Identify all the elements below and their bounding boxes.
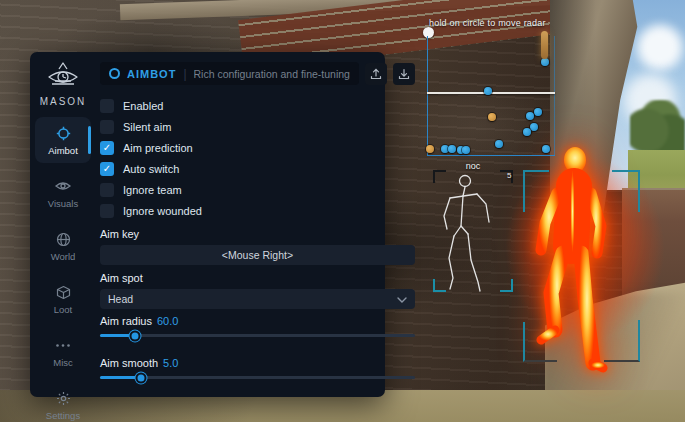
sidebar-item-label: World: [51, 251, 76, 262]
game-screen: hold on circle to move radar noc 5: [0, 0, 685, 422]
header-divider: |: [183, 67, 186, 81]
checkbox-label: Ignore wounded: [123, 205, 202, 217]
checkbox-label: Aim prediction: [123, 142, 193, 154]
globe-icon: [55, 231, 71, 247]
aimbot-tab-content: AIMBOT | Rich configuration and fine-tun…: [96, 52, 427, 397]
checkbox-box[interactable]: ✓: [100, 204, 114, 218]
sidebar-item-label: Aimbot: [48, 145, 78, 156]
checkbox-box[interactable]: ✓: [100, 141, 114, 155]
brand-logo: MASON: [40, 62, 87, 107]
check-icon: ✓: [103, 143, 111, 153]
export-config-button[interactable]: [393, 63, 415, 85]
page-subtitle: Rich configuration and fine-tuning: [194, 68, 350, 80]
aim-radius-label: Aim radius: [100, 315, 152, 327]
aim-key-value: <Mouse Right>: [222, 249, 293, 261]
aim-smooth-slider[interactable]: [100, 376, 415, 379]
checkbox-box[interactable]: ✓: [100, 183, 114, 197]
active-tab-indicator: [88, 126, 91, 154]
checkbox-ignore-team[interactable]: ✓ Ignore team: [100, 179, 415, 200]
reticle-ring-icon: [109, 68, 120, 79]
sidebar-item-label: Settings: [46, 410, 80, 421]
page-title: AIMBOT: [127, 68, 176, 80]
aim-spot-value: Head: [108, 293, 397, 305]
radar-drag-handle[interactable]: [423, 27, 434, 38]
sidebar-item-label: Visuals: [48, 198, 78, 209]
download-icon: [398, 68, 410, 80]
sidebar-item-world[interactable]: World: [35, 223, 91, 269]
checkbox-label: Silent aim: [123, 121, 171, 133]
glowing-player-model: [505, 138, 645, 373]
checkbox-label: Auto switch: [123, 163, 179, 175]
sidebar-item-loot[interactable]: Loot: [35, 276, 91, 322]
checkbox-auto-switch[interactable]: ✓ Auto switch: [100, 158, 415, 179]
aim-radius-value: 60.0: [157, 315, 178, 327]
crosshair-icon: [55, 125, 71, 141]
aim-key-button[interactable]: <Mouse Right>: [100, 245, 415, 265]
header-bar: AIMBOT | Rich configuration and fine-tun…: [100, 62, 359, 85]
sidebar-item-aimbot[interactable]: Aimbot: [35, 117, 91, 163]
aim-spot-select[interactable]: Head: [100, 289, 415, 309]
checkbox-enabled[interactable]: ✓ Enabled: [100, 95, 415, 116]
checkbox-silent-aim[interactable]: ✓ Silent aim: [100, 116, 415, 137]
brand-name: MASON: [40, 96, 87, 107]
sidebar-item-misc[interactable]: Misc: [35, 329, 91, 375]
slider-thumb[interactable]: [135, 372, 146, 383]
checkbox-aim-prediction[interactable]: ✓ Aim prediction: [100, 137, 415, 158]
aim-smooth-label: Aim smooth: [100, 357, 158, 369]
checkbox-box[interactable]: ✓: [100, 120, 114, 134]
aim-smooth-row: Aim smooth 5.0: [100, 357, 415, 393]
sidebar: MASON Aimbot Visuals: [30, 52, 96, 397]
loot-box-icon: [55, 284, 71, 300]
sidebar-item-settings[interactable]: Settings: [35, 382, 91, 422]
slider-thumb[interactable]: [129, 330, 140, 341]
checkbox-label: Ignore team: [123, 184, 182, 196]
checkbox-label: Enabled: [123, 100, 163, 112]
checkbox-box[interactable]: ✓: [100, 99, 114, 113]
check-icon: ✓: [103, 164, 111, 174]
aim-radius-row: Aim radius 60.0: [100, 315, 415, 351]
chevron-down-icon: [397, 293, 407, 305]
checkbox-ignore-wounded[interactable]: ✓ Ignore wounded: [100, 200, 415, 221]
aim-radius-slider[interactable]: [100, 334, 415, 337]
mason-eye-logo: [46, 62, 80, 92]
aim-spot-label: Aim spot: [100, 272, 415, 284]
cloud: [630, 20, 685, 75]
aim-key-label: Aim key: [100, 228, 415, 240]
aim-smooth-value: 5.0: [163, 357, 178, 369]
panel-header: AIMBOT | Rich configuration and fine-tun…: [100, 62, 415, 85]
sidebar-item-label: Loot: [54, 304, 73, 315]
cheat-menu-panel: MASON Aimbot Visuals: [30, 52, 385, 397]
checkbox-box[interactable]: ✓: [100, 162, 114, 176]
gear-icon: [55, 390, 71, 406]
sidebar-item-visuals[interactable]: Visuals: [35, 170, 91, 216]
upload-icon: [370, 68, 382, 80]
eye-icon: [55, 178, 71, 194]
sidebar-item-label: Misc: [53, 357, 73, 368]
ellipsis-icon: [55, 337, 71, 353]
import-config-button[interactable]: [365, 63, 387, 85]
